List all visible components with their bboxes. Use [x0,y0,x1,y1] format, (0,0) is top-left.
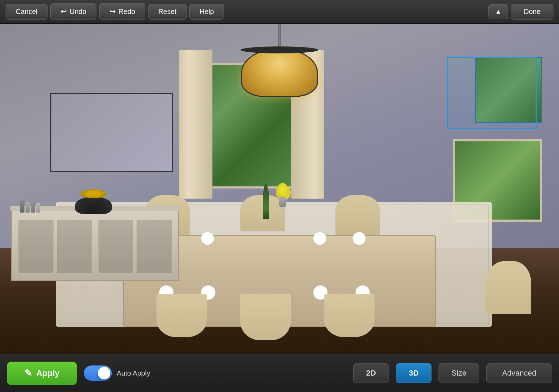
help-button[interactable]: Help [189,4,224,20]
apply-label: Apply [36,368,60,378]
chair-front-left [157,294,207,337]
toggle-knob [98,367,110,379]
plate [201,232,214,245]
view-2d-button[interactable]: 2D [353,363,389,383]
apply-button[interactable]: ✎ Apply [7,362,77,385]
chair-side-right [486,261,531,314]
book [31,199,35,213]
undo-label: Undo [70,8,86,16]
redo-label: Redo [118,8,135,16]
chandelier-rim [241,46,318,53]
redo-icon: ↪ [109,7,116,16]
top-toolbar: Cancel ↩ Undo ↪ Redo Reset Help ▲ Done [0,0,559,24]
sideboard-door-3 [99,220,133,273]
bottom-toolbar: ✎ Apply Auto Apply 2D 3D Size Advanced [0,354,559,392]
book [26,202,30,213]
wine-bottle [263,191,269,219]
undo-icon: ↩ [60,7,67,16]
sideboard-door-4 [137,220,172,273]
advanced-button[interactable]: Advanced [486,363,552,383]
chandelier-body [241,48,318,97]
cancel-button[interactable]: Cancel [6,4,48,20]
books [20,188,53,213]
auto-apply-area: Auto Apply [84,365,150,381]
sideboard-door-2 [57,220,92,273]
chandelier [241,24,318,97]
sideboard [11,208,179,281]
book [20,200,24,213]
collapse-button[interactable]: ▲ [488,4,508,19]
view-3d-button[interactable]: 3D [396,363,431,383]
apply-icon: ✎ [24,368,32,379]
chandelier-chain [278,24,281,48]
redo-button[interactable]: ↪ Redo [99,3,145,20]
picture-frame [50,93,173,172]
plate [313,232,326,245]
fruit-bowl [75,197,112,214]
window-right-top [475,57,542,123]
auto-apply-toggle[interactable] [84,365,112,381]
flower-vase [279,197,286,207]
undo-button[interactable]: ↩ Undo [50,3,96,20]
chair-front-center [240,294,291,340]
plate [353,232,366,245]
book [36,203,40,213]
chair-back-right [335,195,380,235]
size-button[interactable]: Size [438,363,479,383]
room-background [0,24,559,354]
canvas-area[interactable] [0,24,559,354]
chair-front-right [324,294,375,337]
auto-apply-label: Auto Apply [117,369,150,377]
sideboard-door-1 [19,220,53,273]
done-button[interactable]: Done [511,4,553,20]
curtain-left [179,50,212,199]
flower-arrangement [274,183,291,207]
reset-button[interactable]: Reset [148,4,187,20]
